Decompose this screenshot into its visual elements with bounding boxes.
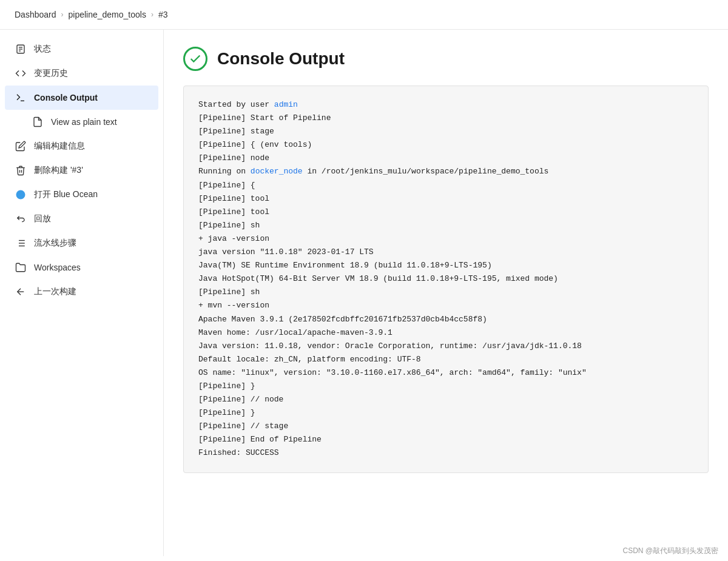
console-line: java version "11.0.18" 2023-01-17 LTS: [198, 246, 693, 259]
console-line: + mvn --version: [198, 299, 693, 312]
console-line: OS name: "linux", version: "3.10.0-1160.…: [198, 366, 693, 380]
console-line: Started by user admin: [198, 98, 693, 112]
file-icon: [32, 116, 44, 128]
edit-icon: [15, 140, 27, 152]
sidebar-label-workspaces: Workspaces: [34, 263, 81, 272]
sidebar-item-prev-build[interactable]: 上一次构建: [0, 280, 163, 304]
breadcrumb-sep-1: ›: [61, 10, 64, 19]
breadcrumb: Dashboard › pipeline_demo_tools › #3: [0, 0, 728, 30]
sidebar-item-delete-build[interactable]: 删除构建 '#3': [0, 158, 163, 183]
arrow-left-icon: [15, 286, 27, 298]
console-line: [Pipeline] { (env tools): [198, 138, 693, 152]
steps-icon: [15, 237, 27, 249]
console-line: Java HotSpot(TM) 64-Bit Server VM 18.9 (…: [198, 272, 693, 286]
sidebar-item-change-history[interactable]: 变更历史: [0, 61, 163, 86]
page-title: Console Output: [217, 49, 345, 69]
sidebar-label-edit-build: 编辑构建信息: [34, 141, 85, 152]
sidebar: 状态 变更历史 Console Output View as plain tex…: [0, 30, 164, 556]
terminal-icon: [15, 92, 27, 104]
page-title-row: Console Output: [183, 47, 709, 71]
sidebar-label-change-history: 变更历史: [34, 68, 68, 79]
console-line: Running on docker_node in /root/jenkins_…: [198, 165, 693, 178]
console-line: + java -version: [198, 232, 693, 246]
console-line: [Pipeline] // stage: [198, 420, 693, 433]
console-line: [Pipeline] // node: [198, 393, 693, 406]
console-line: [Pipeline] node: [198, 152, 693, 165]
console-line: [Pipeline] tool: [198, 192, 693, 206]
code-icon: [15, 67, 27, 79]
sidebar-label-console-output: Console Output: [34, 93, 98, 102]
sidebar-item-workspaces[interactable]: Workspaces: [0, 255, 163, 280]
breadcrumb-pipeline[interactable]: pipeline_demo_tools: [69, 10, 146, 19]
console-link[interactable]: docker_node: [251, 167, 303, 176]
console-line: [Pipeline] stage: [198, 125, 693, 138]
console-line: Java(TM) SE Runtime Environment 18.9 (bu…: [198, 259, 693, 272]
sidebar-label-view-plain-text: View as plain text: [51, 117, 117, 127]
breadcrumb-build-number[interactable]: #3: [158, 10, 168, 19]
replay-icon: [15, 213, 27, 225]
success-icon: [183, 47, 207, 71]
sidebar-item-edit-build[interactable]: 编辑构建信息: [0, 134, 163, 158]
console-link[interactable]: admin: [274, 100, 298, 109]
console-line: Default locale: zh_CN, platform encoding…: [198, 353, 693, 366]
sidebar-label-status: 状态: [34, 44, 51, 55]
console-line: Apache Maven 3.9.1 (2e178502fcdbffc20167…: [198, 313, 693, 326]
console-line: [Pipeline] sh: [198, 219, 693, 232]
console-line: [Pipeline] }: [198, 380, 693, 393]
console-line: [Pipeline] tool: [198, 206, 693, 219]
watermark: CSDN @敲代码敲到头发茂密: [622, 546, 718, 556]
sidebar-label-blue-ocean: 打开 Blue Ocean: [34, 189, 98, 200]
console-line: Finished: SUCCESS: [198, 446, 693, 460]
sidebar-label-prev-build: 上一次构建: [34, 286, 76, 297]
console-output-box[interactable]: Started by user admin[Pipeline] Start of…: [183, 86, 709, 473]
console-line: [Pipeline] {: [198, 179, 693, 192]
sidebar-label-pipeline-steps: 流水线步骤: [34, 238, 76, 249]
breadcrumb-dashboard[interactable]: Dashboard: [15, 10, 56, 19]
sidebar-item-console-output[interactable]: Console Output: [5, 86, 158, 110]
sidebar-item-view-plain-text[interactable]: View as plain text: [0, 110, 163, 134]
svg-point-5: [16, 190, 25, 200]
trash-icon: [15, 164, 27, 176]
console-line: Maven home: /usr/local/apache-maven-3.9.…: [198, 326, 693, 340]
console-line: [Pipeline] sh: [198, 286, 693, 299]
console-line: Java version: 11.0.18, vendor: Oracle Co…: [198, 340, 693, 353]
sidebar-item-replay[interactable]: 回放: [0, 207, 163, 231]
sidebar-label-delete-build: 删除构建 '#3': [34, 165, 83, 176]
folder-icon: [15, 261, 27, 274]
console-line: [Pipeline] Start of Pipeline: [198, 112, 693, 125]
sidebar-item-pipeline-steps[interactable]: 流水线步骤: [0, 231, 163, 255]
content-area: Console Output Started by user admin[Pip…: [164, 30, 728, 556]
sidebar-item-status[interactable]: 状态: [0, 37, 163, 61]
sidebar-item-blue-ocean[interactable]: 打开 Blue Ocean: [0, 183, 163, 207]
sidebar-label-replay: 回放: [34, 213, 51, 224]
ocean-icon: [15, 189, 27, 201]
console-line: [Pipeline] }: [198, 406, 693, 420]
breadcrumb-sep-2: ›: [151, 10, 153, 19]
file-text-icon: [15, 43, 27, 55]
console-line: [Pipeline] End of Pipeline: [198, 433, 693, 446]
